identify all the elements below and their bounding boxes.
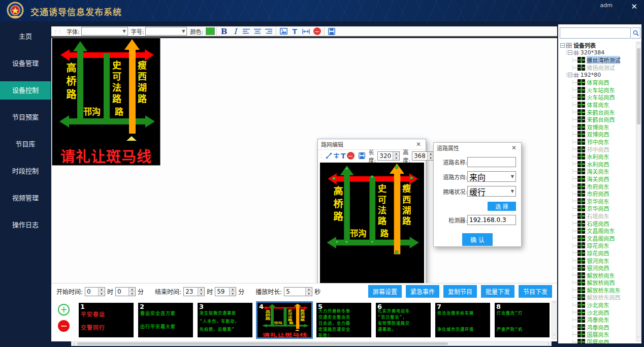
sidebar-item-2[interactable]: 设备控制 [0,81,51,100]
device-tree-root[interactable]: −设备列表 [559,42,635,49]
road-name-input[interactable] [467,157,516,167]
device-item[interactable]: ┊──银河岗东 [559,257,635,264]
device-item[interactable]: ┊──解放桥岗东 [559,271,635,279]
length-spinner[interactable]: 320 ▲▼ [377,151,400,161]
delete-object-icon[interactable]: − [312,27,322,36]
edit-handle[interactable] [345,167,348,171]
edit-handle[interactable] [410,176,413,180]
action-button-3[interactable]: 批量下发 [481,285,514,298]
sidebar-item-7[interactable]: 操作日志 [0,216,51,234]
scroll-down-icon[interactable]: ˅ [552,334,556,339]
sidebar-item-0[interactable]: 主页 [0,27,51,46]
scroll-right-icon[interactable]: › [546,342,551,345]
scroll-left-icon[interactable]: ‹ [72,342,77,345]
device-item[interactable]: ┊──沙北岗东 [559,301,635,309]
device-item[interactable]: ┊──京华岗东 [559,197,635,205]
device-item[interactable]: ┊──水利岗西 [559,161,635,168]
device-item[interactable]: ┊──银河岗西 [559,264,635,272]
action-button-1[interactable]: 紧急事件 [406,285,439,298]
save-icon[interactable] [327,27,337,36]
device-item[interactable]: ┊──解放桥岗西 [559,279,635,287]
device-item[interactable]: ┊──火车站岗东 [559,86,635,94]
device-item[interactable]: ┊──市府岗西 [559,190,635,198]
congestion-select[interactable]: 缓行▼ [467,186,516,197]
crossing-tool-icon[interactable] [333,151,340,161]
add-frame-button[interactable]: + [58,304,70,316]
strip-vertical-scrollbar[interactable]: ˄ ˅ [552,301,557,339]
end-hour-spinner[interactable]: 23▲▼ [183,287,205,296]
program-frame-2[interactable]: 2春运安全连万家出行平安靠大家 [138,303,193,337]
detector-input[interactable] [467,215,516,225]
italic-button[interactable]: I [230,27,240,36]
font-size-select[interactable]: ▼ [145,27,187,36]
collapse-icon[interactable]: − [568,50,572,55]
device-item[interactable]: ┊──邗中岗东 [559,138,635,146]
device-item[interactable]: ┊──解放桥东岗西 [559,294,635,301]
device-item[interactable]: ┊──水利岗东 [559,153,635,161]
sidebar-item-4[interactable]: 节目库 [0,135,51,153]
edit-handle[interactable] [345,240,348,244]
align-left-icon[interactable] [241,27,251,36]
collapse-icon[interactable]: − [560,43,565,48]
font-select[interactable]: ▼ [81,27,128,36]
scroll-up-icon[interactable]: ˄ [636,42,640,47]
text-tool-button[interactable]: T [341,151,346,161]
start-minute-spinner[interactable]: 0▲▼ [115,287,136,296]
tree-vertical-scrollbar[interactable]: ˄ ˅ [636,42,641,341]
program-frame-8[interactable]: 8打击整改“灯严查严防“机 [495,303,550,337]
design-canvas[interactable]: 高桥路史可法路瘦西湖路邗沟路请礼让斑马线 路网编辑 ✕ ⋮ T − [51,38,557,283]
device-search-input[interactable] [560,27,631,39]
confirm-button[interactable]: 确 认 [462,233,493,246]
action-button-2[interactable]: 复制节目 [443,285,477,298]
sidebar-item-5[interactable]: 时段控制 [0,162,51,180]
sidebar-item-6[interactable]: 视频管理 [0,189,51,207]
align-center-icon[interactable] [252,27,263,36]
sidebar-item-3[interactable]: 节目预案 [0,108,51,127]
select-detector-button[interactable]: 选 择 [488,202,516,211]
program-frame-5[interactable]: 5大力开展秋冬季交通安全整治百日会战，全力稳定道路交通安全形势！ [316,303,371,337]
text-tool-button[interactable]: T [289,27,300,36]
device-item[interactable]: ┊──京华岗西 [559,205,635,212]
edit-handle[interactable] [370,175,374,179]
scroll-down-icon[interactable]: ˅ [636,336,640,341]
device-group-192*80[interactable]: ┊−192*80 [559,71,635,79]
program-frame-1[interactable]: 1平安春运交警同行 [79,303,134,337]
device-item[interactable]: ┊──石塔岗西 [559,219,635,227]
device-item[interactable]: ┊──邗中岗西 [559,145,635,153]
device-item[interactable]: ┊──维扬岗测试 [559,64,635,72]
device-item[interactable]: ┊──文昌阁岗西 [559,234,635,242]
close-icon[interactable]: ✕ [414,141,423,148]
height-spinner[interactable]: 368 ▲▼ [412,151,434,161]
device-item[interactable]: ┊──海关岗东 [559,168,635,175]
program-frame-6[interactable]: 6扎实开展电动车“百日整治”，有效预防道路交通事故。 [376,303,431,337]
device-item[interactable]: ┊──国展岗东 [559,331,635,338]
device-item[interactable]: ┊──琼花岗东 [559,242,635,249]
bold-button[interactable]: B [219,27,229,36]
horizontal-scrollbar[interactable]: ‹ › [71,341,552,346]
resize-tool-icon[interactable] [301,27,311,36]
collapse-icon[interactable]: − [568,73,572,77]
device-item[interactable]: ┊──体育岗西 [559,79,635,86]
device-item[interactable]: ┊──琼花岗西 [559,249,635,257]
close-icon[interactable]: ✕ [510,144,518,151]
scrollbar-thumb[interactable] [637,48,640,124]
scrollbar-thumb[interactable] [77,342,448,345]
action-button-0[interactable]: 屏幕设置 [368,285,402,298]
remove-frame-button[interactable]: − [58,320,70,332]
device-item[interactable]: ┊──来鹤台岗东 [559,108,635,116]
color-swatch[interactable] [206,27,215,35]
device-item[interactable]: ┊──沙北岗西 [559,308,635,316]
device-item[interactable]: ┊──火车站岗西 [559,93,635,101]
device-item[interactable]: ┊──国展岗西 [559,338,635,343]
edit-handle[interactable] [332,177,336,180]
device-item[interactable]: ┊──鸿泰岗东 [559,316,635,324]
user-name[interactable]: adm [600,2,613,9]
window-close-icon[interactable]: ✕ [628,1,640,12]
program-frame-4[interactable]: 4高桥路史可法路瘦西湖路邗沟路请礼让斑马线 [256,301,313,339]
props-dialog-titlebar[interactable]: 道路属性 ✕ [434,143,521,153]
device-item[interactable]: ┊──双博岗东 [559,123,635,131]
align-right-icon[interactable] [264,27,274,36]
end-minute-spinner[interactable]: 59▲▼ [215,287,236,296]
device-item[interactable]: ┊──解放桥东岗东 [559,287,635,294]
action-button-4[interactable]: 节目下发 [519,285,552,298]
